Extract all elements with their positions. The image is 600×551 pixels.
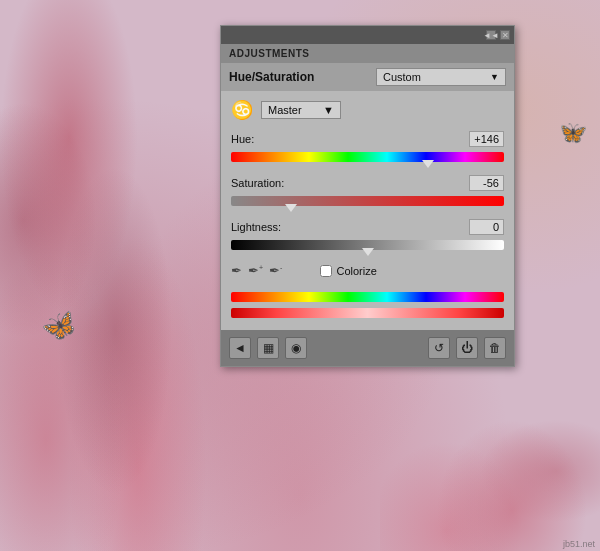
reset-button[interactable]: ↺ xyxy=(428,337,450,359)
eyedropper-icon[interactable]: ✒ xyxy=(231,263,242,278)
lightness-track-container xyxy=(231,237,504,253)
panel-title: ADJUSTMENTS xyxy=(229,48,310,59)
lightness-value[interactable]: 0 xyxy=(469,219,504,235)
lightness-thumb[interactable] xyxy=(362,248,374,256)
hue-label: Hue: xyxy=(231,133,254,145)
back-button[interactable]: ◄ xyxy=(229,337,251,359)
saturation-slider-row: Saturation: -56 xyxy=(231,175,504,209)
hand-tool-icon[interactable]: ♋ xyxy=(231,99,253,121)
preset-arrow-icon: ▼ xyxy=(490,72,499,82)
saturation-track[interactable] xyxy=(231,196,504,206)
adjustment-type-label: Hue/Saturation xyxy=(229,70,314,84)
hue-track-container xyxy=(231,149,504,165)
lightness-label-row: Lightness: 0 xyxy=(231,219,504,235)
hue-thumb[interactable] xyxy=(422,160,434,168)
saturation-label-row: Saturation: -56 xyxy=(231,175,504,191)
hue-value[interactable]: +146 xyxy=(469,131,504,147)
adjustments-panel: ◄◄ ✕ ADJUSTMENTS Hue/Saturation Custom ▼… xyxy=(220,25,515,367)
saturation-track-container xyxy=(231,193,504,209)
panel-titlebar: ◄◄ ✕ xyxy=(221,26,514,44)
panel-body: ♋ Master ▼ Hue: +146 Saturation: -56 xyxy=(221,91,514,330)
power-button[interactable]: ⏻ xyxy=(456,337,478,359)
eyedropper-subtract-icon[interactable]: ✒- xyxy=(269,263,282,278)
preset-value: Custom xyxy=(383,71,421,83)
saturation-label: Saturation: xyxy=(231,177,284,189)
footer-right-buttons: ↺ ⏻ 🗑 xyxy=(428,337,506,359)
panel-footer: ◄ ▦ ◉ ↺ ⏻ 🗑 xyxy=(221,330,514,366)
panel-subheader: Hue/Saturation Custom ▼ xyxy=(221,63,514,91)
color-bars xyxy=(231,292,504,318)
color-bar-red xyxy=(231,308,504,318)
grid-button[interactable]: ▦ xyxy=(257,337,279,359)
eyedropper-icons: ✒ ✒+ ✒- xyxy=(231,263,282,278)
saturation-thumb[interactable] xyxy=(285,204,297,212)
lightness-slider-row: Lightness: 0 xyxy=(231,219,504,253)
eye-button[interactable]: ◉ xyxy=(285,337,307,359)
saturation-value[interactable]: -56 xyxy=(469,175,504,191)
channel-value: Master xyxy=(268,104,302,116)
preset-dropdown[interactable]: Custom ▼ xyxy=(376,68,506,86)
channel-dropdown[interactable]: Master ▼ xyxy=(261,101,341,119)
color-bar-rainbow xyxy=(231,292,504,302)
collapse-button[interactable]: ◄◄ xyxy=(486,30,496,40)
channel-arrow-icon: ▼ xyxy=(323,104,334,116)
hue-slider-row: Hue: +146 xyxy=(231,131,504,165)
watermark: jb51.net xyxy=(563,539,595,549)
lightness-label: Lightness: xyxy=(231,221,281,233)
colorize-checkbox-row: Colorize xyxy=(320,265,376,277)
hue-track[interactable] xyxy=(231,152,504,162)
tool-row: ♋ Master ▼ xyxy=(231,99,504,121)
delete-button[interactable]: 🗑 xyxy=(484,337,506,359)
footer-left-buttons: ◄ ▦ ◉ xyxy=(229,337,307,359)
colorize-label: Colorize xyxy=(336,265,376,277)
lightness-track[interactable] xyxy=(231,240,504,250)
flowers-decoration-left xyxy=(0,0,230,551)
colorize-row: ✒ ✒+ ✒- Colorize xyxy=(231,263,504,278)
panel-header: ADJUSTMENTS xyxy=(221,44,514,63)
hue-label-row: Hue: +146 xyxy=(231,131,504,147)
eyedropper-add-icon[interactable]: ✒+ xyxy=(248,263,263,278)
flowers-decoration-bottom xyxy=(380,351,600,551)
close-button[interactable]: ✕ xyxy=(500,30,510,40)
colorize-checkbox[interactable] xyxy=(320,265,332,277)
